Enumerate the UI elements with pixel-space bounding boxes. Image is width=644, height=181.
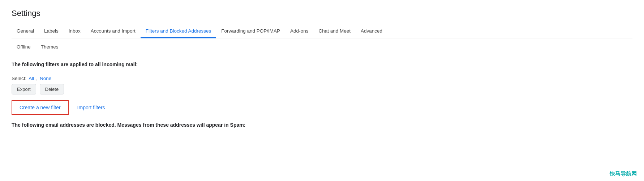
tab-accounts-import[interactable]: Accounts and Import [86, 25, 141, 38]
filter-actions-row: Create a new filter Import filters [12, 100, 632, 115]
tabs-row-1: General Labels Inbox Accounts and Import… [12, 25, 632, 38]
create-new-filter-link[interactable]: Create a new filter [12, 100, 69, 115]
content-area: The following filters are applied to all… [12, 54, 632, 128]
tab-advanced[interactable]: Advanced [356, 25, 387, 38]
tabs-row-2: Offline Themes [12, 38, 632, 54]
tab-general[interactable]: General [12, 25, 39, 38]
button-row: Export Delete [12, 84, 632, 94]
select-row: Select: All , None [12, 76, 632, 81]
blocked-addresses-header: The following email addresses are blocke… [12, 122, 632, 128]
filters-applied-header: The following filters are applied to all… [12, 62, 632, 67]
tab-filters-blocked[interactable]: Filters and Blocked Addresses [141, 25, 216, 38]
comma-separator: , [36, 76, 38, 81]
tab-themes[interactable]: Themes [36, 41, 64, 54]
tab-labels[interactable]: Labels [39, 25, 64, 38]
delete-button[interactable]: Delete [40, 84, 64, 94]
divider-1 [12, 72, 632, 72]
tab-chat-meet[interactable]: Chat and Meet [313, 25, 356, 38]
export-button[interactable]: Export [12, 84, 36, 94]
select-none-link[interactable]: None [40, 76, 51, 81]
tab-forwarding-pop-imap[interactable]: Forwarding and POP/IMAP [216, 25, 285, 38]
tab-inbox[interactable]: Inbox [64, 25, 86, 38]
page-title: Settings [12, 9, 632, 18]
import-filters-link[interactable]: Import filters [77, 105, 105, 110]
settings-container: Settings General Labels Inbox Accounts a… [0, 0, 644, 128]
select-all-link[interactable]: All [29, 76, 34, 81]
select-label: Select: [12, 76, 26, 81]
tab-offline[interactable]: Offline [12, 41, 36, 54]
tab-addons[interactable]: Add-ons [285, 25, 313, 38]
